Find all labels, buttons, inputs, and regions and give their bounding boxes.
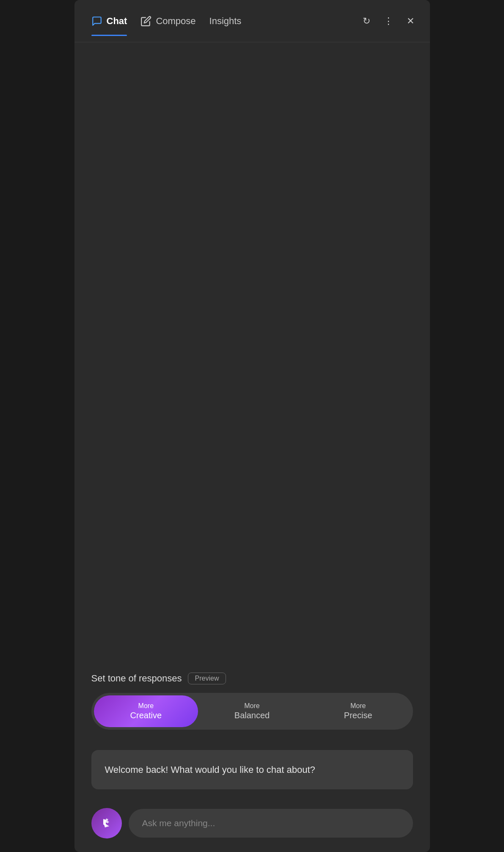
tone-balanced-button[interactable]: More Balanced [200,695,304,727]
tone-precise-button[interactable]: More Precise [306,695,410,727]
welcome-message: Welcome back! What would you like to cha… [91,750,413,789]
bing-fab-button[interactable] [91,808,122,838]
tone-precise-bottom: Precise [344,711,372,720]
tone-precise-top: More [350,702,366,710]
tone-buttons: More Creative More Balanced More Precise [91,693,413,730]
refresh-button[interactable]: ↻ [357,12,376,30]
tone-creative-bottom: Creative [130,711,162,720]
refresh-icon: ↻ [363,16,370,27]
tone-creative-top: More [138,702,154,710]
more-button[interactable]: ⋮ [379,12,398,30]
chat-input[interactable] [129,809,413,838]
header-actions: ↻ ⋮ ✕ [357,12,420,30]
chat-area: Set tone of responses Preview More Creat… [91,59,413,789]
close-icon: ✕ [407,16,414,27]
more-icon: ⋮ [384,16,393,27]
main-content: Set tone of responses Preview More Creat… [74,42,430,798]
tab-compose[interactable]: Compose [134,11,202,31]
tone-label-row: Set tone of responses Preview [91,673,226,684]
app-container: Chat Compose Insights ↻ ⋮ ✕ [74,0,430,852]
tab-chat[interactable]: Chat [85,11,134,31]
tone-balanced-bottom: Balanced [234,711,270,720]
tab-insights[interactable]: Insights [203,11,248,31]
tab-compose-label: Compose [156,16,196,27]
bing-icon [99,816,114,831]
tone-section: Set tone of responses Preview More Creat… [91,673,413,730]
tab-bar: Chat Compose Insights ↻ ⋮ ✕ [74,0,430,42]
tone-creative-button[interactable]: More Creative [94,695,198,727]
preview-badge: Preview [188,673,226,684]
bottom-bar [74,798,430,852]
welcome-text: Welcome back! What would you like to cha… [105,764,315,775]
tone-balanced-top: More [244,702,259,710]
chat-icon [91,16,102,27]
compose-icon [140,16,151,27]
tab-insights-label: Insights [209,16,242,27]
tab-chat-label: Chat [107,16,127,27]
tone-label: Set tone of responses [91,673,182,684]
close-button[interactable]: ✕ [401,12,420,30]
